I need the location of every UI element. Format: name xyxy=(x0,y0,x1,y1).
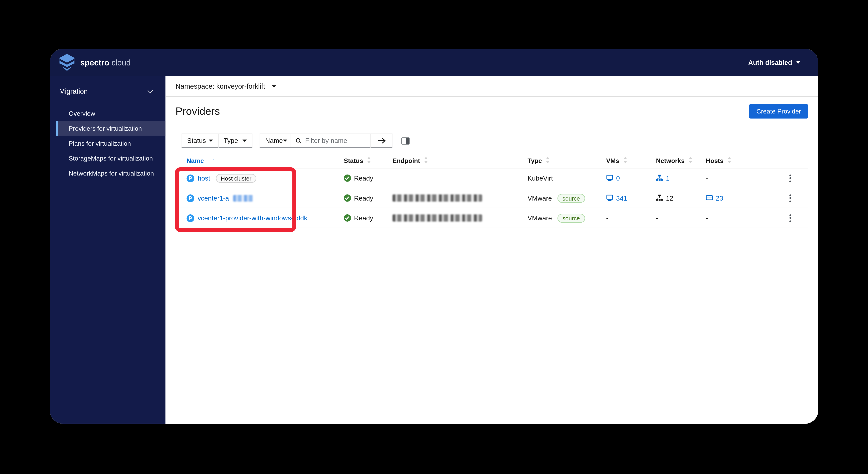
column-header-name[interactable]: Name↑ xyxy=(176,157,333,165)
column-header-label: Status xyxy=(344,157,363,164)
networks-value: 12 xyxy=(666,194,673,202)
ready-check-icon xyxy=(344,214,351,221)
hosts-link[interactable]: 23 xyxy=(706,194,723,202)
name-cell: Pvcenter1-a xyxy=(176,194,333,202)
chevron-down-icon xyxy=(796,61,800,64)
column-header-label: Networks xyxy=(656,157,685,164)
column-header-hosts[interactable]: Hosts xyxy=(695,157,745,165)
page-title: Providers xyxy=(176,105,220,118)
brand-name-bold: spectro xyxy=(80,58,109,67)
actions-cell xyxy=(745,192,808,204)
column-header-label: Endpoint xyxy=(393,157,420,164)
app-shell: Migration OverviewProviders for virtuali… xyxy=(50,76,818,424)
vms-cell: 0 xyxy=(595,174,645,182)
table-body: PhostHost clusterReadyKubeVirt01-Pvcente… xyxy=(176,168,808,228)
chevron-down-icon xyxy=(283,140,287,142)
sidebar-item-storagemaps-for-virtualization[interactable]: StorageMaps for virtualization xyxy=(50,151,165,166)
hosts-value: - xyxy=(706,174,708,182)
table-row: PhostHost clusterReadyKubeVirt01- xyxy=(176,168,808,188)
table-row: Pvcenter1-aReadyVMwaresource3411223 xyxy=(176,188,808,208)
networks-value: 12 xyxy=(656,194,673,202)
hosts-cell: - xyxy=(695,214,745,222)
column-header-status[interactable]: Status xyxy=(333,157,381,165)
chevron-down-icon xyxy=(272,85,276,87)
sort-icon xyxy=(623,157,627,165)
kebab-menu-button[interactable] xyxy=(787,212,793,224)
apply-filter-button[interactable] xyxy=(370,134,393,148)
status-text: Ready xyxy=(354,174,373,182)
table-row: Pvcenter1-provider-with-windows-vddkRead… xyxy=(176,208,808,228)
status-text: Ready xyxy=(354,214,373,222)
name-filter-select[interactable]: Name xyxy=(260,134,291,148)
column-header-vms[interactable]: VMs xyxy=(595,157,645,165)
type-filter-select[interactable]: Type xyxy=(219,134,252,148)
network-icon xyxy=(656,174,663,181)
hosts-value: 23 xyxy=(716,194,723,202)
provider-icon: P xyxy=(187,194,194,202)
kebab-menu-button[interactable] xyxy=(787,192,793,204)
kebab-menu-button[interactable] xyxy=(787,172,793,184)
auth-menu-button[interactable]: Auth disabled xyxy=(748,58,800,66)
sidebar-group-migration[interactable]: Migration xyxy=(50,81,165,102)
namespace-bar[interactable]: Namespace: konveyor-forklift xyxy=(165,76,818,97)
column-header-label: Type xyxy=(528,157,542,164)
type-text: KubeVirt xyxy=(528,174,553,182)
vms-link[interactable]: 341 xyxy=(606,194,627,202)
chevron-down-icon xyxy=(209,140,213,142)
status-cell: Ready xyxy=(333,214,381,222)
ready-check-icon xyxy=(344,195,351,202)
network-icon xyxy=(656,194,663,201)
provider-icon: P xyxy=(187,214,194,222)
actions-cell xyxy=(745,212,808,224)
sort-icon xyxy=(367,157,371,165)
search-icon xyxy=(296,137,302,144)
column-header-label: Hosts xyxy=(706,157,723,164)
status-filter-label: Status xyxy=(187,137,206,145)
main-area: Namespace: konveyor-forklift Providers C… xyxy=(165,76,818,424)
chevron-down-icon xyxy=(243,140,247,142)
sidebar-items: OverviewProviders for virtualizationPlan… xyxy=(50,106,165,181)
namespace-label: Namespace: konveyor-forklift xyxy=(176,82,265,90)
brand-name: spectrocloud xyxy=(80,58,131,67)
vms-cell: - xyxy=(595,214,645,222)
endpoint-cell xyxy=(381,195,517,202)
sort-icon xyxy=(688,157,692,165)
manage-columns-button[interactable] xyxy=(401,137,410,144)
search-input[interactable] xyxy=(305,137,365,145)
chevron-down-icon xyxy=(148,87,153,93)
sidebar-item-overview[interactable]: Overview xyxy=(50,106,165,121)
provider-name-link[interactable]: host xyxy=(198,174,210,182)
source-badge: source xyxy=(558,194,585,202)
vms-link[interactable]: 0 xyxy=(606,174,620,182)
provider-name-link[interactable]: vcenter1-a xyxy=(198,194,229,202)
name-cell: Pvcenter1-provider-with-windows-vddk xyxy=(176,214,333,222)
app-window: spectrocloud Auth disabled Migration Ove… xyxy=(50,49,818,424)
column-header-endpoint[interactable]: Endpoint xyxy=(381,157,517,165)
sidebar-group-label: Migration xyxy=(59,87,88,95)
sort-icon xyxy=(546,157,550,165)
sort-ascending-icon: ↑ xyxy=(212,157,216,165)
sidebar-item-plans-for-virtualization[interactable]: Plans for virtualization xyxy=(50,136,165,151)
providers-table: Name↑StatusEndpointTypeVMsNetworksHosts … xyxy=(176,157,808,228)
table-header-row: Name↑StatusEndpointTypeVMsNetworksHosts xyxy=(176,157,808,168)
vms-value: 0 xyxy=(616,174,620,182)
vms-value: 341 xyxy=(616,194,627,202)
status-filter-select[interactable]: Status xyxy=(182,134,219,148)
sidebar: Migration OverviewProviders for virtuali… xyxy=(50,76,165,424)
title-row: Providers Create Provider xyxy=(176,104,808,119)
column-header-networks[interactable]: Networks xyxy=(645,157,695,165)
create-provider-button[interactable]: Create Provider xyxy=(749,104,808,119)
sidebar-item-networkmaps-for-virtualization[interactable]: NetworkMaps for virtualization xyxy=(50,166,165,181)
column-header-type[interactable]: Type xyxy=(517,157,595,165)
type-text: VMware xyxy=(528,214,552,222)
networks-cell: 12 xyxy=(645,194,695,202)
name-filter-group: Name xyxy=(260,134,393,148)
networks-value: - xyxy=(656,214,658,222)
columns-icon xyxy=(401,137,410,144)
screenshot-stage: spectrocloud Auth disabled Migration Ove… xyxy=(0,0,868,474)
sidebar-item-providers-for-virtualization[interactable]: Providers for virtualization xyxy=(56,121,165,136)
networks-link[interactable]: 1 xyxy=(656,174,670,182)
vms-cell: 341 xyxy=(595,194,645,202)
provider-name-link[interactable]: vcenter1-provider-with-windows-vddk xyxy=(198,214,307,222)
vms-value: - xyxy=(606,214,608,222)
